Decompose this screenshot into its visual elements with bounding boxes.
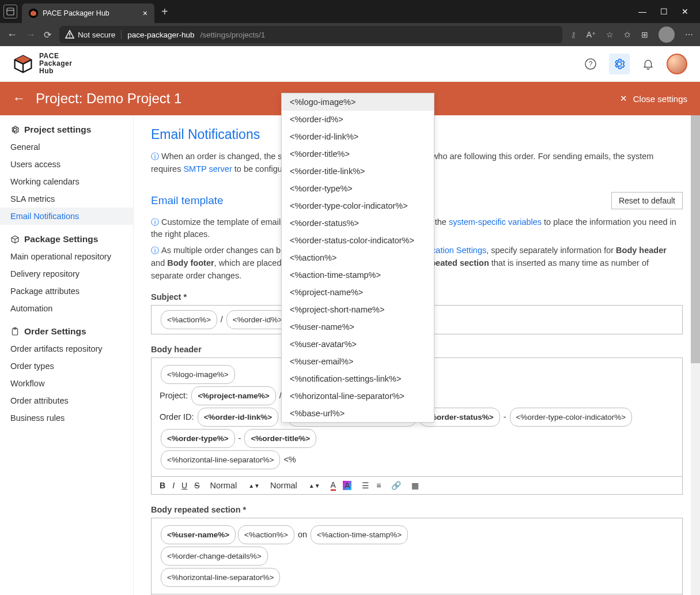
dropdown-item[interactable]: <%action-time-stamp%> xyxy=(282,266,434,284)
dropdown-item[interactable]: <%order-status%> xyxy=(282,214,434,232)
variable-chip[interactable]: <%order-change-details%> xyxy=(161,547,268,566)
package-icon xyxy=(10,235,20,244)
sidebar-item[interactable]: Delivery repository xyxy=(0,265,133,283)
table-icon[interactable]: ▦ xyxy=(411,481,419,490)
list-icon[interactable]: ☰ xyxy=(362,481,369,490)
new-tab-icon[interactable]: + xyxy=(161,5,168,18)
svg-rect-0 xyxy=(7,8,14,15)
system-variables-link[interactable]: system-specific variables xyxy=(449,217,542,227)
bold-icon[interactable]: B xyxy=(160,481,165,490)
field-text: on xyxy=(298,526,307,543)
svg-text:?: ? xyxy=(589,60,593,68)
collections-icon[interactable]: ⊞ xyxy=(641,30,648,39)
variable-chip[interactable]: <%action-time-stamp%> xyxy=(311,525,408,544)
user-avatar[interactable] xyxy=(667,54,687,74)
heading-select[interactable]: Normal▲▼ xyxy=(210,481,260,490)
close-tab-icon[interactable]: × xyxy=(143,9,147,18)
smtp-server-link[interactable]: SMTP server xyxy=(183,164,232,174)
variable-chip[interactable]: <%user-name%> xyxy=(161,525,236,544)
dropdown-item[interactable]: <%order-id-link%> xyxy=(282,128,434,145)
font-select[interactable]: Normal▲▼ xyxy=(270,481,320,490)
variable-chip[interactable]: <%action%> xyxy=(238,525,294,544)
dropdown-item[interactable]: <%action%> xyxy=(282,249,434,266)
close-window-icon[interactable]: ✕ xyxy=(682,7,688,16)
separator: - xyxy=(504,409,506,425)
sidebar-item[interactable]: Order attributes xyxy=(0,392,133,409)
align-icon[interactable]: ≡ xyxy=(376,481,381,490)
dropdown-item[interactable]: <%order-id%> xyxy=(282,111,434,128)
italic-icon[interactable]: I xyxy=(172,481,175,490)
back-icon[interactable]: ← xyxy=(7,29,17,41)
browser-tab[interactable]: PACE Packager Hub × xyxy=(22,3,154,23)
sidebar-item[interactable]: Order artifacts repository xyxy=(0,340,133,357)
favorites-bar-icon[interactable]: ✩ xyxy=(624,30,631,39)
url-field[interactable]: Not secure pace-packager-hub/settings/pr… xyxy=(59,26,562,43)
profile-icon[interactable] xyxy=(659,27,675,43)
sidebar-item[interactable]: Order types xyxy=(0,357,133,375)
underline-icon[interactable]: U xyxy=(181,481,187,490)
more-icon[interactable]: ⋯ xyxy=(685,30,693,39)
tab-title: PACE Packager Hub xyxy=(43,9,109,17)
key-icon[interactable]: ⚷ xyxy=(570,30,576,39)
variable-chip[interactable]: <%project-name%> xyxy=(191,386,276,405)
read-aloud-icon[interactable]: A⁺ xyxy=(587,30,596,39)
scrollbar-track[interactable] xyxy=(691,115,700,595)
app-logo[interactable]: PACE Packager Hub xyxy=(13,52,72,76)
variable-chip[interactable]: <%order-id-link%> xyxy=(198,408,279,427)
sidebar-item[interactable]: Automation xyxy=(0,300,133,317)
variable-chip[interactable]: <%order-type-color-indicator%> xyxy=(510,408,633,427)
text-color-icon[interactable]: A xyxy=(331,480,336,491)
dropdown-item[interactable]: <%order-title%> xyxy=(282,145,434,163)
bg-color-icon[interactable]: A xyxy=(343,481,351,490)
close-settings-button[interactable]: ✕ Close settings xyxy=(620,93,687,104)
link-icon[interactable]: 🔗 xyxy=(391,481,401,490)
field-text: Project: xyxy=(160,391,188,400)
variable-chip[interactable]: <%order-type%> xyxy=(161,429,235,448)
dropdown-item[interactable]: <%user-avatar%> xyxy=(282,336,434,353)
body-repeated-field[interactable]: <%user-name%><%action%> on <%action-time… xyxy=(151,518,683,594)
tabs-overview-icon[interactable] xyxy=(3,5,17,18)
dropdown-item[interactable]: <%project-name%> xyxy=(282,284,434,301)
dropdown-item[interactable]: <%logo-image%> xyxy=(282,93,434,111)
app-viewport: PACE Packager Hub ? ← Project: Demo Proj… xyxy=(0,46,700,595)
variable-dropdown[interactable]: <%logo-image%><%order-id%><%order-id-lin… xyxy=(281,93,434,423)
settings-gear-icon[interactable] xyxy=(609,54,630,74)
sidebar-item[interactable]: General xyxy=(0,138,133,156)
dropdown-item[interactable]: <%order-type-color-indicator%> xyxy=(282,197,434,214)
sidebar-item[interactable]: Main operational repository xyxy=(0,248,133,265)
notifications-icon[interactable] xyxy=(638,54,659,74)
variable-chip[interactable]: <%action%> xyxy=(161,310,217,329)
help-icon[interactable]: ? xyxy=(580,54,601,74)
svg-line-15 xyxy=(15,238,18,239)
dropdown-item[interactable]: <%horizontal-line-separator%> xyxy=(282,387,434,405)
sidebar-item[interactable]: Email Notifications xyxy=(0,208,133,225)
strike-icon[interactable]: S xyxy=(194,481,199,490)
dropdown-item[interactable]: <%notification-settings-link%> xyxy=(282,370,434,387)
reset-to-default-button[interactable]: Reset to default xyxy=(611,192,683,209)
dropdown-item[interactable]: <%project-short-name%> xyxy=(282,301,434,318)
variable-chip[interactable]: <%horizontal-line-separator%> xyxy=(161,568,280,587)
variable-chip[interactable]: <%horizontal-line-separator%> xyxy=(161,450,280,469)
sidebar-item[interactable]: Working calendars xyxy=(0,173,133,190)
variable-chip[interactable]: <%order-title%> xyxy=(244,429,316,448)
sidebar-item[interactable]: SLA metrics xyxy=(0,190,133,208)
refresh-icon[interactable]: ⟳ xyxy=(44,29,51,40)
variable-chip[interactable]: <%logo-image%> xyxy=(161,365,235,384)
minimize-icon[interactable]: — xyxy=(638,7,646,16)
variable-chip[interactable]: <%order-id%> xyxy=(226,310,289,329)
sidebar-item[interactable]: Package attributes xyxy=(0,283,133,300)
sidebar-item[interactable]: Users access xyxy=(0,156,133,173)
dropdown-item[interactable]: <%base-url%> xyxy=(282,405,434,422)
dropdown-item[interactable]: <%order-type%> xyxy=(282,180,434,197)
dropdown-item[interactable]: <%user-email%> xyxy=(282,353,434,370)
dropdown-item[interactable]: <%user-name%> xyxy=(282,318,434,336)
sidebar-item[interactable]: Business rules xyxy=(0,409,133,427)
maximize-icon[interactable]: ☐ xyxy=(660,7,668,16)
dropdown-item[interactable]: <%order-title-link%> xyxy=(282,163,434,180)
dropdown-item[interactable]: <%order-status-color-indicator%> xyxy=(282,232,434,249)
favorite-icon[interactable]: ☆ xyxy=(606,30,614,39)
scrollbar-thumb[interactable] xyxy=(691,115,700,363)
settings-sidebar: Project settings GeneralUsers accessWork… xyxy=(0,115,134,595)
sidebar-item[interactable]: Workflow xyxy=(0,375,133,392)
banner-back-icon[interactable]: ← xyxy=(13,91,25,106)
